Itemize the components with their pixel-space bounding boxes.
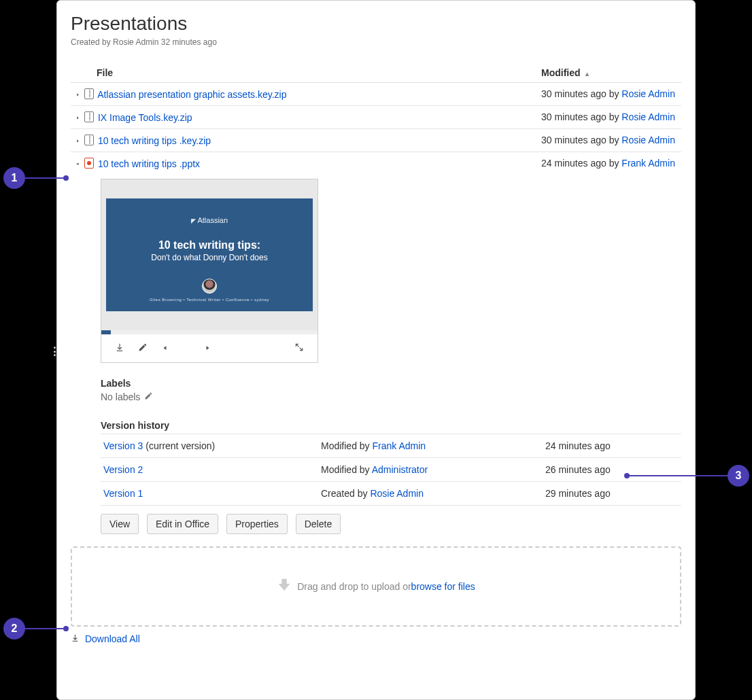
table-row: 10 tech writing tips .key.zip30 minutes … xyxy=(71,129,681,152)
callout-1: 1 xyxy=(3,167,25,189)
version-row: Version 1Created by Rosie Admin29 minute… xyxy=(101,482,681,506)
table-row: 10 tech writing tips .pptx24 minutes ago… xyxy=(71,152,681,175)
version-ago: 24 minutes ago xyxy=(543,434,681,458)
file-preview-wrap: Atlassian 10 tech writing tips: Don't do… xyxy=(71,175,681,371)
callout-3-dot xyxy=(624,473,630,478)
modified-by-label: by xyxy=(609,135,622,145)
version-action-prefix: Modified by xyxy=(321,440,372,451)
edit-in-office-button[interactable]: Edit in Office xyxy=(147,514,218,534)
modified-by-label: by xyxy=(609,158,622,169)
labels-value: No labels xyxy=(101,391,681,402)
file-link[interactable]: 10 tech writing tips .key.zip xyxy=(98,135,211,146)
version-author-link[interactable]: Rosie Admin xyxy=(370,488,424,499)
table-row: Atlassian presentation graphic assets.ke… xyxy=(71,83,681,106)
properties-button[interactable]: Properties xyxy=(226,514,288,534)
preview-toolbar xyxy=(101,334,318,362)
slide-author-line: Giles Browning • Technical Writer • Conf… xyxy=(113,298,306,302)
file-table: File Modified ▴ Atlassian presentation g… xyxy=(71,63,681,175)
slide-logo: Atlassian xyxy=(113,216,306,224)
chevron-down-icon[interactable] xyxy=(73,160,82,169)
col-modified-header[interactable]: Modified ▴ xyxy=(539,63,681,83)
version-action-prefix: Created by xyxy=(321,488,370,499)
zip-file-icon xyxy=(84,88,94,99)
sort-asc-icon: ▴ xyxy=(585,70,589,77)
slide-thumbnail[interactable]: Atlassian 10 tech writing tips: Don't do… xyxy=(106,198,313,311)
labels-section: Labels No labels xyxy=(71,378,681,402)
download-all-icon xyxy=(71,633,82,644)
modified-ago: 24 minutes ago xyxy=(541,158,606,169)
chevron-right-icon[interactable] xyxy=(73,114,82,122)
edit-icon[interactable] xyxy=(131,340,154,357)
col-file-label: File xyxy=(73,67,113,78)
labels-heading: Labels xyxy=(101,378,681,389)
file-preview: Atlassian 10 tech writing tips: Don't do… xyxy=(101,179,318,363)
col-modified-label: Modified xyxy=(541,67,581,78)
table-row: IX Image Tools.key.zip30 minutes ago by … xyxy=(71,106,681,129)
zip-file-icon xyxy=(84,111,94,122)
version-author-link[interactable]: Frank Admin xyxy=(372,440,426,451)
chevron-right-icon[interactable] xyxy=(73,137,82,145)
version-suffix: (current version) xyxy=(143,440,215,451)
fullscreen-icon[interactable] xyxy=(288,340,311,357)
version-link[interactable]: Version 3 xyxy=(103,440,143,451)
delete-button[interactable]: Delete xyxy=(296,514,341,534)
author-link[interactable]: Rosie Admin xyxy=(621,111,675,122)
version-link[interactable]: Version 1 xyxy=(103,488,143,499)
slide-avatar xyxy=(202,279,217,294)
version-action-prefix: Modified by xyxy=(321,464,372,475)
dropzone-text: Drag and drop to upload or xyxy=(297,581,411,592)
page-subtitle: Created by Rosie Admin 32 minutes ago xyxy=(71,37,681,47)
version-ago: 26 minutes ago xyxy=(543,458,681,482)
modified-by-label: by xyxy=(609,88,622,99)
callout-2-line xyxy=(25,628,63,629)
slide-area: Atlassian 10 tech writing tips: Don't do… xyxy=(101,179,318,330)
download-icon[interactable] xyxy=(108,340,131,357)
version-ago: 29 minutes ago xyxy=(543,482,681,506)
upload-arrow-icon xyxy=(277,577,292,596)
action-buttons: View Edit in Office Properties Delete xyxy=(71,514,681,534)
callout-3: 3 xyxy=(728,465,749,487)
callout-3-line xyxy=(628,475,728,476)
edit-labels-icon[interactable] xyxy=(144,392,153,402)
author-link[interactable]: Frank Admin xyxy=(621,158,675,169)
callout-1-dot xyxy=(63,175,69,181)
page-title: Presentations xyxy=(71,13,681,35)
browse-files-link[interactable]: browse for files xyxy=(411,581,475,592)
callout-2-dot xyxy=(63,626,69,631)
callout-2: 2 xyxy=(3,618,25,640)
created-by-author: Rosie Admin xyxy=(113,37,158,47)
modified-ago: 30 minutes ago xyxy=(541,111,606,122)
created-by-prefix: Created by xyxy=(71,37,113,47)
modified-ago: 30 minutes ago xyxy=(541,88,606,99)
upload-dropzone[interactable]: Drag and drop to upload or browse for fi… xyxy=(71,546,681,627)
version-link[interactable]: Version 2 xyxy=(103,464,143,475)
next-slide-icon[interactable] xyxy=(196,340,218,357)
download-all-link[interactable]: Download All xyxy=(85,633,140,644)
version-row: Version 2Modified by Administrator26 min… xyxy=(101,458,681,482)
chevron-right-icon[interactable] xyxy=(73,91,82,99)
powerpoint-file-icon xyxy=(84,158,94,169)
version-history-section: Version history Version 3 (current versi… xyxy=(71,420,681,506)
slide-subtitle: Don't do what Donny Don't does xyxy=(113,253,306,262)
author-link[interactable]: Rosie Admin xyxy=(621,88,675,99)
prev-slide-icon[interactable] xyxy=(154,340,176,357)
callout-1-line xyxy=(25,177,63,179)
zip-file-icon xyxy=(84,135,94,145)
no-labels-text: No labels xyxy=(101,391,140,402)
modified-by-label: by xyxy=(609,111,622,122)
slide-title: 10 tech writing tips: xyxy=(113,239,306,251)
page-frame: Presentations Created by Rosie Admin 32 … xyxy=(56,0,696,700)
version-row: Version 3 (current version)Modified by F… xyxy=(101,434,681,458)
file-link[interactable]: 10 tech writing tips .pptx xyxy=(98,158,200,169)
version-history-table: Version 3 (current version)Modified by F… xyxy=(101,434,681,506)
author-link[interactable]: Rosie Admin xyxy=(621,135,675,145)
view-button[interactable]: View xyxy=(101,514,139,534)
version-author-link[interactable]: Administrator xyxy=(372,464,428,475)
created-ago: 32 minutes ago xyxy=(158,37,216,47)
col-file-header[interactable]: File xyxy=(71,63,539,83)
download-all-row: Download All xyxy=(71,633,681,644)
file-link[interactable]: Atlassian presentation graphic assets.ke… xyxy=(97,89,286,100)
version-history-heading: Version history xyxy=(101,420,681,431)
modified-ago: 30 minutes ago xyxy=(541,135,606,145)
file-link[interactable]: IX Image Tools.key.zip xyxy=(98,112,192,123)
